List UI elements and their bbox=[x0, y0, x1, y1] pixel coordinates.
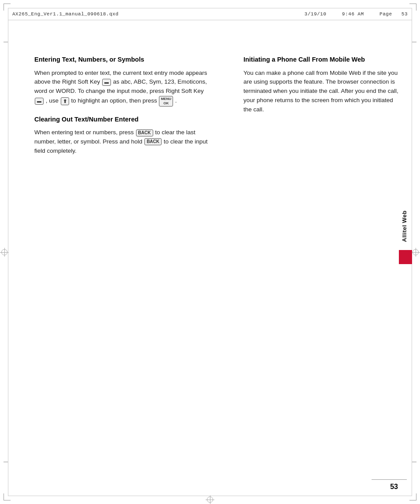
page-divider bbox=[372, 479, 407, 480]
content-area: Entering Text, Numbers, or Symbols When … bbox=[8, 20, 412, 496]
key-softkey-icon: ▬ bbox=[102, 79, 111, 86]
section-clearing-text: Clearing Out Text/Number Entered When en… bbox=[34, 115, 213, 156]
key-back-icon-1: BACK bbox=[136, 129, 153, 136]
section-phone-call: Initiating a Phone Call From Mobile Web … bbox=[243, 55, 399, 114]
right-column: Initiating a Phone Call From Mobile Web … bbox=[230, 20, 412, 496]
section-heading-phone-call: Initiating a Phone Call From Mobile Web bbox=[243, 55, 399, 64]
key-nav-icon: ⬆ bbox=[61, 97, 69, 105]
page-number: 53 bbox=[390, 483, 398, 491]
section-entering-text-body: When prompted to enter text, the current… bbox=[34, 69, 213, 107]
header-filename: AX265_Eng_Ver1.1_manual_090618.qxd bbox=[12, 11, 118, 17]
key-back-icon-2: BACK bbox=[144, 138, 162, 145]
crosshair-left bbox=[0, 248, 9, 257]
allitel-web-label: Allitel Web bbox=[401, 210, 408, 242]
key-softkey2-icon: ▬ bbox=[35, 98, 44, 105]
section-entering-text: Entering Text, Numbers, or Symbols When … bbox=[34, 55, 213, 107]
section-heading-entering-text: Entering Text, Numbers, or Symbols bbox=[34, 55, 213, 64]
crosshair-right bbox=[411, 248, 420, 257]
left-tick-bottom bbox=[4, 462, 8, 462]
right-tick-top bbox=[412, 42, 416, 42]
header-date: 3/19/10 9:46 AM Page 53 bbox=[305, 11, 408, 17]
key-menu-icon: MENUOK bbox=[159, 96, 173, 106]
header-bar: AX265_Eng_Ver1.1_manual_090618.qxd 3/19/… bbox=[8, 8, 412, 20]
section-phone-call-body: You can make a phone call from Mobile We… bbox=[243, 69, 399, 115]
right-tick-bottom bbox=[412, 462, 416, 462]
section-clearing-text-body: When entering text or numbers, press BAC… bbox=[34, 128, 213, 156]
crosshair-bottom bbox=[206, 495, 214, 504]
section-heading-clearing-text: Clearing Out Text/Number Entered bbox=[34, 115, 213, 124]
left-tick-top bbox=[4, 42, 8, 42]
left-column: Entering Text, Numbers, or Symbols When … bbox=[8, 20, 230, 496]
allitel-accent-bar bbox=[399, 250, 412, 264]
